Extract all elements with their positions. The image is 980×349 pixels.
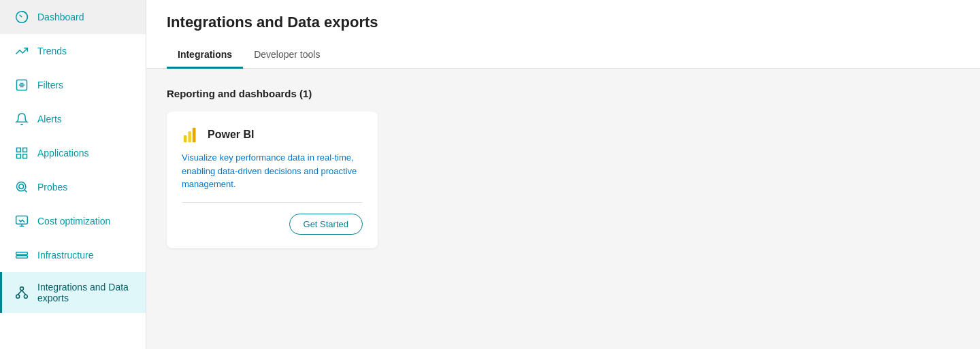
main-content: Integrations and Data exports Integratio… — [146, 0, 980, 349]
sidebar-item-dashboard[interactable]: Dashboard — [0, 0, 146, 34]
page-title: Integrations and Data exports — [167, 14, 960, 31]
power-bi-card: Power BI Visualize key performance data … — [167, 112, 378, 248]
sidebar-item-applications[interactable]: Applications — [0, 136, 146, 170]
integrations-icon — [14, 285, 29, 300]
infrastructure-icon — [14, 248, 29, 263]
sidebar-item-integrations[interactable]: Integrations and Data exports — [0, 272, 146, 313]
card-footer: Get Started — [182, 214, 363, 235]
svg-line-23 — [22, 290, 26, 295]
svg-line-22 — [18, 290, 22, 295]
svg-point-20 — [16, 295, 20, 298]
svg-point-19 — [20, 287, 24, 290]
card-divider — [182, 202, 363, 203]
power-bi-logo-icon — [182, 125, 201, 144]
probes-icon — [14, 180, 29, 195]
sidebar-item-applications-label: Applications — [37, 148, 89, 159]
sidebar-item-probes-label: Probes — [37, 182, 67, 193]
card-description: Visualize key performance data in real-t… — [182, 151, 363, 191]
svg-point-11 — [19, 184, 24, 189]
page-header: Integrations and Data exports Integratio… — [146, 0, 980, 69]
sidebar-item-probes[interactable]: Probes — [0, 170, 146, 204]
card-header: Power BI — [182, 125, 363, 144]
svg-rect-7 — [17, 154, 21, 159]
sidebar-item-infrastructure[interactable]: Infrastructure — [0, 238, 146, 272]
svg-rect-6 — [23, 148, 27, 152]
svg-line-10 — [24, 190, 27, 193]
dashboard-icon — [14, 10, 29, 24]
content-area: Reporting and dashboards (1) Power BI Vi… — [146, 69, 980, 267]
tab-developer-tools[interactable]: Developer tools — [243, 42, 331, 69]
applications-icon — [14, 146, 29, 161]
sidebar-item-dashboard-label: Dashboard — [37, 12, 84, 22]
cost-optimization-icon — [14, 214, 29, 229]
alerts-icon — [14, 112, 29, 127]
section-title: Reporting and dashboards (1) — [167, 88, 960, 99]
sidebar-item-cost-optimization[interactable]: Cost optimization — [0, 204, 146, 238]
get-started-button[interactable]: Get Started — [289, 214, 363, 235]
sidebar-item-integrations-label: Integrations and Data exports — [37, 282, 133, 303]
card-title: Power BI — [208, 129, 254, 141]
sidebar-item-alerts-label: Alerts — [37, 114, 62, 124]
tabs: Integrations Developer tools — [167, 42, 960, 68]
svg-point-21 — [24, 295, 27, 298]
sidebar-item-alerts[interactable]: Alerts — [0, 102, 146, 136]
svg-rect-26 — [193, 128, 196, 142]
svg-rect-15 — [16, 252, 28, 254]
sidebar-item-filters-label: Filters — [37, 80, 63, 90]
sidebar-item-trends[interactable]: Trends — [0, 34, 146, 68]
svg-rect-16 — [16, 256, 28, 258]
svg-rect-5 — [17, 148, 21, 152]
sidebar-item-infrastructure-label: Infrastructure — [37, 250, 93, 261]
svg-point-9 — [17, 182, 26, 191]
tab-integrations[interactable]: Integrations — [167, 42, 243, 69]
sidebar-item-cost-optimization-label: Cost optimization — [37, 216, 110, 227]
svg-rect-8 — [23, 154, 27, 159]
sidebar-item-trends-label: Trends — [37, 46, 67, 56]
svg-rect-25 — [188, 131, 191, 142]
sidebar-item-filters[interactable]: Filters — [0, 68, 146, 102]
sidebar: Dashboard Trends Filters Alerts — [0, 0, 146, 349]
svg-rect-24 — [184, 135, 187, 142]
trends-icon — [14, 44, 29, 59]
filters-icon — [14, 78, 29, 93]
